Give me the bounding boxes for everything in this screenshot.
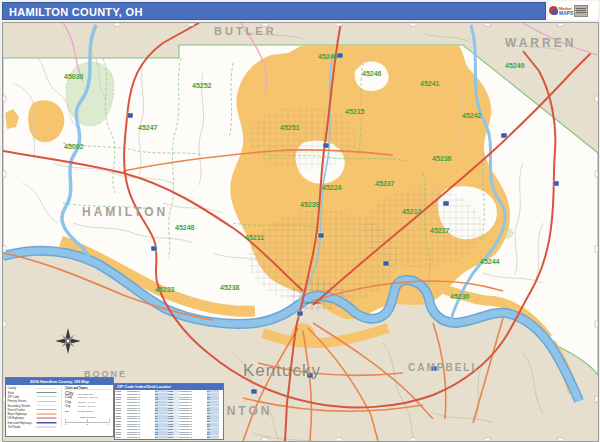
city-class-range: 10,000 - 24,999 — [78, 404, 96, 407]
legend-item-swatch — [37, 405, 57, 406]
legend-item-label: Toll Roads — [8, 425, 37, 428]
legend-item-label: County — [8, 387, 37, 390]
zip-index-cell: 45219 — [115, 436, 127, 439]
legend-item-swatch — [37, 413, 57, 414]
legend-item-label: State — [8, 391, 37, 394]
legend-item-swatch — [37, 409, 57, 410]
map-legend: 2016 Hamilton County, OH Map CountyState… — [5, 377, 114, 437]
legend-item-label: Major Highways — [8, 412, 37, 415]
zip-index-row: 45219CINCINNATID445242CINCINNATIE2 — [115, 436, 223, 439]
legend-item-label: Interstate Highways — [8, 421, 37, 424]
logo-text-bottom: MAPS — [559, 11, 573, 15]
city-class-range: 100,000 - 249,999 — [78, 396, 98, 399]
cities-towns-header: Cities and Towns — [65, 386, 112, 390]
legend-item-swatch — [37, 426, 57, 427]
zip-code-index: ZIP Code Index/Grid Locator 45201CINCINN… — [114, 383, 224, 440]
legend-item-swatch — [37, 401, 57, 402]
legend-item-swatch — [37, 388, 57, 389]
scale-bar: Scale in Miles 024 — [65, 415, 112, 425]
scale-tick-label: 2 — [87, 422, 88, 425]
map-title-bar: HAMILTON COUNTY, OH — [2, 2, 546, 20]
legend-item-label: Secondary Streets — [8, 404, 37, 407]
legend-item-swatch — [37, 392, 57, 393]
logo-globe-icon — [549, 6, 558, 15]
legend-item-label: ZIP Code — [8, 395, 37, 398]
map-page: HAMILTON COUNTY, OH Market MAPS — [0, 0, 600, 442]
city-class-range: Under 10,000 — [78, 409, 93, 412]
legend-item-swatch — [37, 396, 57, 397]
zip-index-cell: 45242 — [167, 436, 179, 439]
city-class-sample: City — [65, 399, 78, 403]
legend-item-label: Primary Streets — [8, 400, 37, 403]
legend-item-swatch — [37, 422, 57, 424]
zip-index-cell: D4 — [155, 436, 167, 439]
city-class-range: 25,000 - 99,999 — [78, 400, 96, 403]
zip-index-cell: E2 — [207, 436, 219, 439]
city-class-row: CityUnder 10,000 — [65, 409, 112, 414]
logo-map-thumbnail — [574, 5, 588, 17]
legend-item-label: US Highways — [8, 417, 37, 420]
city-class-sample: City — [65, 404, 78, 407]
zip-index-table: 45201CINCINNATIC445220CINCINNATID445202C… — [115, 390, 223, 439]
scale-tick-label: 0 — [65, 422, 66, 425]
legend-item-label: Rivers/Creeks — [8, 408, 37, 411]
city-class-sample: City — [65, 409, 78, 412]
legend-item: Toll Roads — [8, 425, 60, 429]
city-size-classes: CityOver 250,000City100,000 - 249,999Cit… — [65, 390, 112, 413]
city-class-range: Over 250,000 — [78, 392, 93, 395]
compass-rose-icon — [55, 328, 81, 354]
scale-tick-label: 4 — [108, 422, 109, 425]
zip-index-cell: CINCINNATI — [127, 436, 155, 439]
zip-index-cell: CINCINNATI — [179, 436, 207, 439]
marketmaps-logo: Market MAPS — [548, 1, 598, 20]
legend-symbol-list: CountyStateZIP CodePrimary StreetsSecond… — [8, 386, 60, 429]
legend-item-swatch — [37, 418, 57, 419]
legend-title: 2016 Hamilton County, OH Map — [6, 378, 113, 385]
